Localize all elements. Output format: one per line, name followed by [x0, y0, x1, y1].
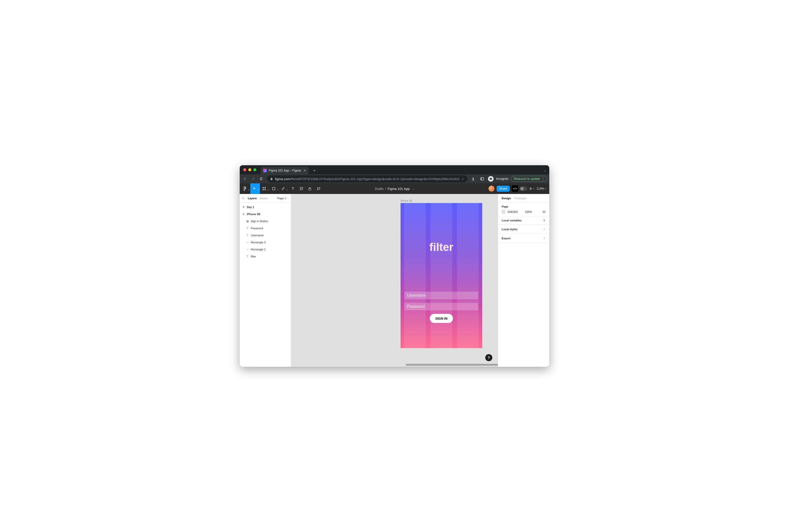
figma-toolbar: ▾ ▾ ▾ ▾ ▾ [240, 183, 549, 194]
lock-icon [270, 177, 273, 180]
group-icon: ▦ [246, 220, 249, 223]
panel-toggle-icon[interactable] [479, 175, 485, 182]
svg-point-7 [244, 188, 245, 189]
move-tool[interactable]: ▾ [250, 183, 260, 194]
window-controls [243, 168, 256, 171]
frame-tool[interactable]: ▾ [260, 183, 270, 194]
visibility-icon[interactable] [542, 210, 546, 214]
svg-rect-2 [481, 177, 482, 180]
resources-tool[interactable] [297, 183, 306, 194]
local-styles-section[interactable]: Local styles ＋ [498, 225, 549, 234]
close-window-button[interactable] [243, 168, 246, 171]
close-tab-button[interactable]: ✕ [304, 169, 306, 172]
page-color-swatch[interactable] [502, 210, 505, 214]
url-input[interactable]: figma.com/file/wBTDF5CD66LVIYKx0p1ckD/Fi… [267, 175, 467, 183]
figma-favicon [263, 169, 267, 172]
left-panel: Layers Assets Page 1⌄ # Day 1 # iPhone S… [240, 194, 291, 367]
svg-point-16 [544, 212, 545, 212]
layer-signin-button[interactable]: ▦ Sign In Button [240, 217, 291, 225]
relaunch-more-icon[interactable]: ⋮ [542, 177, 545, 180]
svg-point-18 [544, 221, 545, 222]
sign-in-button[interactable]: SIGN IN [430, 314, 453, 323]
dev-mode-switch[interactable] [520, 186, 527, 191]
tab-layers[interactable]: Layers [248, 197, 257, 200]
pen-tool[interactable]: ▾ [279, 183, 289, 194]
page-color-hex[interactable]: E0E0E0 [508, 210, 518, 213]
password-field[interactable]: Password [405, 303, 478, 310]
browser-window: Figma 101 App – Figma ✕ ＋ ⌄ figma.com/fi… [240, 165, 549, 367]
layer-frame-iphone-se[interactable]: # iPhone SE [240, 211, 291, 217]
fullscreen-window-button[interactable] [253, 168, 256, 171]
text-tool[interactable] [289, 183, 297, 194]
breadcrumb: Drafts / Figma 101 App ⌄ [375, 187, 414, 191]
incognito-avatar[interactable] [488, 176, 494, 182]
project-name[interactable]: Figma 101 App [387, 187, 409, 191]
chevron-down-icon: ⌄ [287, 197, 289, 199]
export-section[interactable]: Export ＋ [498, 234, 549, 243]
reload-button[interactable] [258, 175, 264, 182]
back-button[interactable] [242, 175, 248, 182]
tab-assets[interactable]: Assets [260, 197, 268, 200]
dev-mode-toggle[interactable]: </> [512, 185, 527, 192]
username-field[interactable]: Username [405, 292, 478, 299]
tab-design[interactable]: Design [502, 197, 511, 200]
svg-rect-13 [300, 189, 301, 190]
new-tab-button[interactable]: ＋ [312, 168, 317, 173]
search-icon[interactable] [242, 197, 245, 200]
minimize-window-button[interactable] [248, 168, 251, 171]
forward-button[interactable] [250, 175, 256, 182]
artboard-label[interactable]: iPhone SE [401, 200, 412, 202]
page-section: Page E0E0E0 100% [498, 203, 549, 216]
artboard-title-text[interactable]: filter [401, 241, 482, 253]
help-button[interactable]: ? [485, 354, 492, 361]
right-panel: Design Prototype Page E0E0E0 100% Local … [498, 194, 549, 367]
layer-tree: # Day 1 # iPhone SE ▦ Sign In Button T P… [240, 203, 291, 261]
figma-menu-button[interactable]: ▾ [241, 183, 250, 194]
plus-icon[interactable]: ＋ [543, 227, 546, 231]
bookmark-star-icon[interactable]: ☆ [461, 177, 464, 181]
url-text: figma.com/file/wBTDF5CD66LVIYKx0p1ckD/Fi… [275, 177, 459, 181]
chevron-down-icon[interactable]: ⌄ [412, 187, 414, 190]
layer-username[interactable]: T Username [240, 232, 291, 239]
text-icon: T [246, 255, 249, 258]
tab-prototype[interactable]: Prototype [514, 197, 526, 200]
svg-point-6 [245, 187, 246, 188]
user-avatar[interactable] [489, 186, 495, 192]
horizontal-scrollbar[interactable] [406, 364, 498, 366]
tab-list-button[interactable]: ⌄ [544, 169, 546, 172]
canvas[interactable]: iPhone SE filter Username Password SIGN … [291, 194, 498, 367]
browser-tab-title: Figma 101 App – Figma [269, 169, 301, 172]
workarea: Layers Assets Page 1⌄ # Day 1 # iPhone S… [240, 194, 549, 367]
share-button[interactable]: Share [497, 186, 510, 192]
shape-tool[interactable]: ▾ [270, 183, 279, 194]
page-selector[interactable]: Page 1⌄ [277, 197, 289, 200]
comment-tool[interactable] [314, 183, 323, 194]
svg-point-4 [491, 179, 492, 180]
line-icon: ─ [246, 241, 249, 244]
artboard-iphone-se[interactable]: filter Username Password SIGN IN [401, 203, 482, 348]
layer-password[interactable]: T Password [240, 225, 291, 232]
zoom-control[interactable]: 119% ▾ [536, 187, 546, 190]
page-color-opacity[interactable]: 100% [525, 210, 532, 213]
svg-rect-12 [302, 187, 303, 188]
hand-tool[interactable] [306, 183, 314, 194]
browser-tab[interactable]: Figma 101 App – Figma ✕ [261, 167, 309, 174]
svg-rect-10 [273, 187, 275, 190]
svg-point-17 [544, 220, 545, 221]
svg-rect-11 [300, 187, 301, 188]
layer-rect3[interactable]: ─ Rectangle 3 [240, 239, 291, 246]
breadcrumb-root[interactable]: Drafts [375, 187, 384, 191]
text-icon: T [246, 227, 249, 230]
plus-icon[interactable]: ＋ [543, 236, 546, 240]
present-button[interactable]: ▾ [529, 187, 534, 190]
layer-frame-day1[interactable]: # Day 1 [240, 204, 291, 211]
downloads-button[interactable] [470, 175, 476, 182]
local-variables-section[interactable]: Local variables [498, 216, 549, 225]
relaunch-button[interactable]: Relaunch to update ⋮ [511, 176, 547, 182]
layer-filter-text[interactable]: T filter [240, 253, 291, 260]
layer-rect2[interactable]: ─ Rectangle 2 [240, 246, 291, 253]
incognito-label: Incognito [496, 177, 509, 180]
frame-icon: # [242, 206, 245, 209]
text-icon: T [246, 234, 249, 237]
settings-icon[interactable] [543, 219, 546, 222]
